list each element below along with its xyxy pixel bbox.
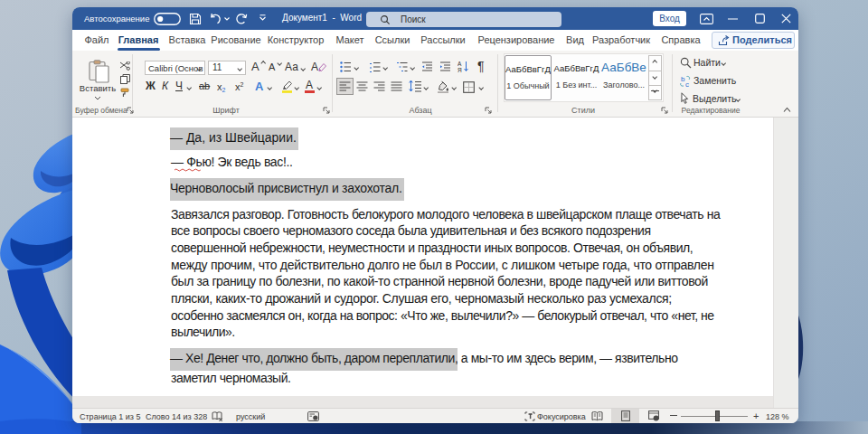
svg-text:c: c [685,80,689,88]
svg-text:Я: Я [458,67,462,72]
svg-text:А: А [458,61,462,67]
